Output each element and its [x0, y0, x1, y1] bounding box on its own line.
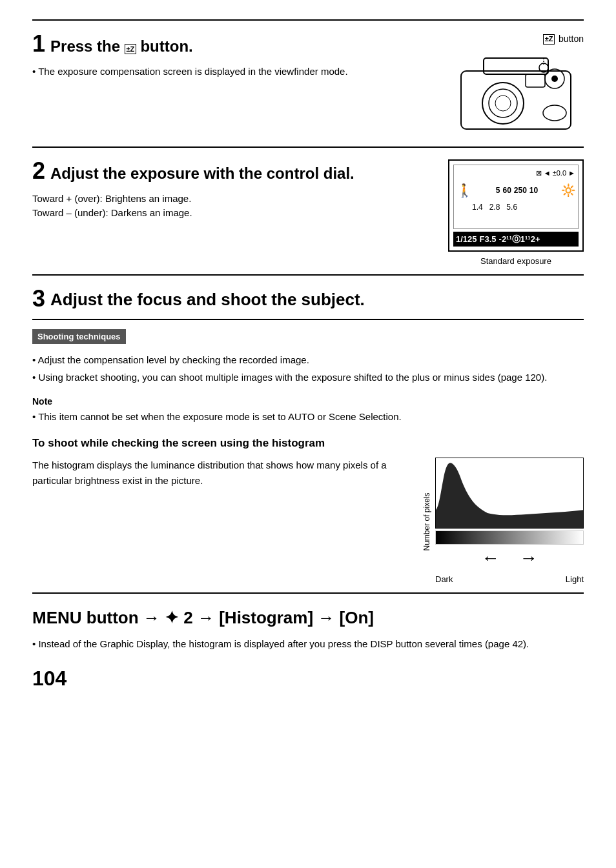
techniques-bullets: Adjust the compensation level by checkin…: [32, 353, 584, 385]
step3-number: 3: [32, 287, 45, 310]
section-step1: 1 Press the ±Z button. The exposure comp…: [32, 19, 584, 140]
step1-body: The exposure compensation screen is disp…: [32, 65, 429, 79]
histogram-subsection-title: To shoot while checking the screen using…: [32, 435, 584, 452]
svg-point-4: [495, 96, 511, 111]
menu-bullet-1: Instead of the Graphic Display, the hist…: [32, 637, 584, 652]
vf-status-bar: 1/125 F3.5 -2¹¹⓪1¹¹2+: [453, 232, 579, 247]
vf-aperture-vals: 1.4 2.8 5.6: [472, 201, 517, 213]
svg-rect-1: [484, 58, 548, 74]
camera-label: ±Z button: [442, 32, 584, 46]
histogram-description: The histogram displays the luminance dis…: [32, 458, 402, 489]
vf-status-text: 1/125: [456, 233, 477, 246]
svg-point-9: [543, 105, 566, 121]
section-step2: 2 Adjust the exposure with the control d…: [32, 146, 584, 268]
step2-line2: Toward – (under): Darkens an image.: [32, 206, 435, 221]
menu-section: MENU button → ✦ 2 → [Histogram] → [On] I…: [32, 592, 584, 652]
step2-number: 2: [32, 159, 45, 183]
note-section: Note • This item cannot be set when the …: [32, 395, 584, 425]
histogram-chart-area: ← → Dark Light: [435, 458, 584, 586]
note-title: Note: [32, 395, 584, 409]
svg-point-3: [489, 89, 517, 117]
step2-title-text: Adjust the exposure with the control dia…: [50, 162, 354, 185]
histogram-visual: Number of pixels: [421, 458, 584, 586]
histogram-arrow: ← →: [435, 545, 584, 572]
step3-title-text: Adjust the focus and shoot the subject.: [50, 287, 365, 312]
vf-mid-row: 🚶 56025010 🔆: [457, 181, 575, 200]
standard-exposure-label: Standard exposure: [448, 255, 584, 268]
menu-title-text: MENU button → ✦ 2 → [Histogram] → [On]: [32, 608, 374, 627]
svg-rect-10: [526, 74, 545, 87]
svg-point-6: [551, 76, 558, 82]
note-text: • This item cannot be set when the expos…: [32, 410, 584, 425]
step2-body: Toward + (over): Brightens an image. Tow…: [32, 192, 435, 221]
section-step3: 3 Adjust the focus and shoot the subject…: [32, 274, 584, 312]
vf-figure-icon: 🚶: [457, 181, 473, 200]
histogram-graph: [435, 458, 584, 529]
y-axis-label: Number of pixels: [421, 458, 433, 586]
step1-content: 1 Press the ±Z button. The exposure comp…: [32, 32, 442, 82]
menu-title: MENU button → ✦ 2 → [Histogram] → [On]: [32, 605, 584, 631]
camera-illustration: [448, 52, 584, 136]
step1-image: ±Z button: [442, 32, 584, 140]
techniques-section: Shooting techniques Adjust the compensat…: [32, 319, 584, 586]
step1-title: 1 Press the ±Z button.: [32, 32, 429, 58]
viewfinder-display: ⊠ ◄ ±0.0 ► 🚶 56025010 🔆 1.4 2.8 5.6: [448, 159, 584, 252]
step2-title: 2 Adjust the exposure with the control d…: [32, 159, 435, 185]
vf-aperture-row: 1.4 2.8 5.6: [457, 201, 575, 213]
ev-value-display: ⊠ ◄ ±0.0 ►: [536, 168, 575, 179]
step2-line1: Toward + (over): Brightens an image.: [32, 192, 435, 207]
histogram-row: The histogram displays the luminance dis…: [32, 458, 584, 586]
shooting-techniques-badge: Shooting techniques: [32, 329, 126, 345]
step2-image: ⊠ ◄ ±0.0 ► 🚶 56025010 🔆 1.4 2.8 5.6: [448, 159, 584, 268]
step1-number: 1: [32, 32, 45, 56]
vf-bracket-icon: 🔆: [561, 182, 575, 199]
ev-icon-small: ±Z: [543, 34, 555, 45]
technique-bullet-2: Using bracket shooting, you can shoot mu…: [32, 370, 584, 385]
step1-bullet-1: The exposure compensation screen is disp…: [32, 65, 429, 79]
histogram-svg: [436, 458, 584, 529]
step2-content: 2 Adjust the exposure with the control d…: [32, 159, 448, 221]
histogram-x-labels: Dark Light: [435, 573, 584, 586]
viewfinder-inner: ⊠ ◄ ±0.0 ► 🚶 56025010 🔆 1.4 2.8 5.6: [453, 165, 579, 229]
step1-title-text: Press the ±Z button.: [50, 35, 193, 58]
step3-row: 3 Adjust the focus and shoot the subject…: [32, 287, 584, 312]
step2-lines: Toward + (over): Brightens an image. Tow…: [32, 192, 435, 221]
vf-shutter-numbers: 56025010: [496, 185, 538, 196]
histogram-gradient-bar: [435, 530, 584, 545]
dark-label: Dark: [435, 573, 453, 586]
vf-ev-bar: -2¹¹⓪1¹¹2+: [499, 233, 540, 246]
menu-bullets: Instead of the Graphic Display, the hist…: [32, 637, 584, 652]
technique-bullet-1: Adjust the compensation level by checkin…: [32, 353, 584, 368]
vf-fstop: F3.5: [480, 233, 497, 246]
histogram-chart-wrapper: Number of pixels: [421, 458, 584, 586]
step1-bullets: The exposure compensation screen is disp…: [32, 65, 429, 79]
light-label: Light: [566, 573, 584, 586]
ev-compensation-icon: ±Z: [125, 44, 136, 54]
page-number: 104: [32, 663, 584, 694]
vf-top-row: ⊠ ◄ ±0.0 ►: [457, 168, 575, 179]
